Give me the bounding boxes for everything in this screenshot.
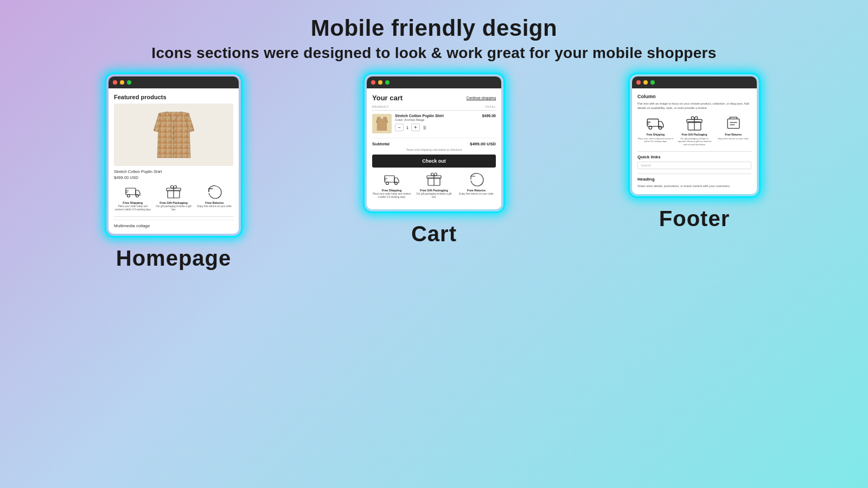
qty-plus-button[interactable]: + <box>411 124 420 131</box>
dot-yellow-cart <box>378 80 382 85</box>
cart-shipping-icon <box>384 172 400 187</box>
cart-item-image <box>372 114 392 133</box>
svg-rect-34 <box>648 119 659 127</box>
featured-title: Featured products <box>114 94 233 100</box>
dot-yellow-footer <box>643 80 648 85</box>
page-title: Mobile friendly design <box>151 15 716 41</box>
footer-gift-desc: Our gift packaging includes a signature … <box>676 137 713 146</box>
cart-browser: Your cart Continue shopping PRODUCT TOTA… <box>367 76 501 209</box>
cart-shipping-desc: Place your order today and receive it wi… <box>372 192 411 200</box>
homepage-content: Featured products <box>108 88 239 234</box>
product-price: $499.00 USD <box>114 175 233 180</box>
cart-returns-desc: Enjoy free returns on your order <box>459 192 494 196</box>
product-name: Stretch Cotton Poplin Shirt <box>114 169 233 174</box>
free-shipping-item: Free Shipping Place your order today and… <box>114 184 151 212</box>
multimedia-label: Multimedia collage <box>114 220 233 228</box>
dot-green <box>127 80 131 85</box>
svg-point-15 <box>136 195 138 197</box>
dot-red-cart <box>371 80 375 85</box>
subtotal-value: $499.00 USD <box>470 142 496 146</box>
footer-section: Column Pair text with an image to focus … <box>564 73 825 231</box>
divider-footer-2 <box>637 174 751 174</box>
svg-rect-42 <box>727 119 739 128</box>
icons-row-cart: Free Shipping Place your order today and… <box>372 172 496 200</box>
cart-item-details: Stretch Cotton Poplin Shirt $499.00 Colo… <box>395 114 496 131</box>
dot-red <box>113 80 117 85</box>
cart-wrapper: Your cart Continue shopping PRODUCT TOTA… <box>363 73 505 213</box>
dot-green-cart <box>385 80 390 85</box>
cart-item-color: Color: Archive Beige <box>395 118 496 121</box>
cart-returns-label: Free Returns <box>467 189 486 192</box>
qty-minus-button[interactable]: − <box>395 124 404 131</box>
trash-icon[interactable]: 🗑 <box>423 125 427 130</box>
gift-packaging-item: Free Gift Packaging Our gift packaging i… <box>155 184 192 212</box>
col-product: PRODUCT <box>372 105 389 108</box>
heading-title: Heading <box>637 177 751 182</box>
svg-point-36 <box>659 126 662 130</box>
cart-header-row: Your cart Continue shopping <box>372 94 496 102</box>
cart-label: Cart <box>411 222 457 246</box>
homepage-wrapper: Featured products <box>105 73 242 237</box>
svg-point-10 <box>173 127 174 129</box>
shipping-desc: Place your order today and receive it wi… <box>114 205 151 212</box>
dot-red-footer <box>636 80 641 85</box>
svg-point-28 <box>395 182 398 185</box>
footer-browser: Column Pair text with an image to focus … <box>632 76 757 194</box>
cart-item-name: Stretch Cotton Poplin Shirt <box>395 114 444 118</box>
shipping-label: Free Shipping <box>123 201 143 204</box>
cart-item-price: $499.00 <box>482 114 496 118</box>
cart-shipping-item: Free Shipping Place your order today and… <box>372 172 411 200</box>
footer-content: Column Pair text with an image to focus … <box>632 88 757 194</box>
col-total: TOTAL <box>485 105 496 108</box>
qty-value: 1 <box>406 126 409 130</box>
shipping-icon <box>125 184 141 200</box>
divider-hp <box>114 216 233 217</box>
cart-title: Your cart <box>372 94 403 102</box>
cart-columns: PRODUCT TOTAL <box>372 105 496 111</box>
footer-wrapper: Column Pair text with an image to focus … <box>628 73 761 198</box>
footer-gift-label: Free Gift Packaging <box>682 133 707 136</box>
svg-point-11 <box>173 133 174 134</box>
divider-footer-1 <box>637 151 751 152</box>
footer-returns-desc: Enjoy free returns on your order <box>718 137 748 140</box>
shirt-illustration <box>154 109 194 160</box>
free-returns-item: Free Returns Enjoy free returns on your … <box>196 184 233 212</box>
svg-point-12 <box>173 138 174 140</box>
dot-yellow <box>120 80 124 85</box>
footer-search-bar[interactable]: Search <box>637 162 751 169</box>
svg-rect-13 <box>126 188 136 195</box>
footer-gift-item: Free Gift Packaging Our gift packaging i… <box>676 116 713 146</box>
quick-links-title: Quick links <box>637 155 751 159</box>
footer-gift-icon <box>686 116 703 131</box>
svg-rect-26 <box>385 176 394 182</box>
product-image <box>114 104 233 166</box>
returns-desc: Enjoy free returns on your order <box>197 205 232 208</box>
cart-returns-item: Free Returns Enjoy free returns on your … <box>457 172 496 200</box>
dot-green-footer <box>650 80 655 85</box>
browser-bar-homepage <box>108 76 239 88</box>
footer-returns-label: Free Returns <box>725 133 742 136</box>
returns-icon <box>206 184 222 200</box>
subtotal-row: Subtotal $499.00 USD <box>372 138 496 146</box>
taxes-note: Taxes and shipping calculated at checkou… <box>372 148 496 151</box>
cart-content: Your cart Continue shopping PRODUCT TOTA… <box>367 88 501 209</box>
continue-shopping-link[interactable]: Continue shopping <box>467 96 496 100</box>
footer-shipping-desc: Place your order today and receive it wi… <box>637 137 674 143</box>
cart-gift-item: Free Gift Packaging Our gift packaging i… <box>414 172 454 200</box>
screens-container: Featured products <box>0 73 868 488</box>
cart-shipping-label: Free Shipping <box>382 189 402 192</box>
column-desc: Pair text with an image to focus on your… <box>637 101 751 111</box>
gift-icon <box>165 184 182 200</box>
cart-section: Your cart Continue shopping PRODUCT TOTA… <box>304 73 564 246</box>
header: Mobile friendly design Icons sections we… <box>151 0 716 73</box>
column-title: Column <box>637 94 751 99</box>
homepage-browser: Featured products <box>108 76 239 234</box>
checkout-button[interactable]: Check out <box>372 155 496 168</box>
cart-returns-icon <box>468 172 484 187</box>
browser-bar-footer <box>632 76 757 88</box>
returns-label: Free Returns <box>205 201 224 204</box>
page-subtitle: Icons sections were designed to look & w… <box>151 44 716 62</box>
homepage-section: Featured products <box>43 73 304 271</box>
footer-icons-row: Free Shipping Place your order today and… <box>637 116 751 146</box>
footer-shipping-item: Free Shipping Place your order today and… <box>637 116 674 146</box>
